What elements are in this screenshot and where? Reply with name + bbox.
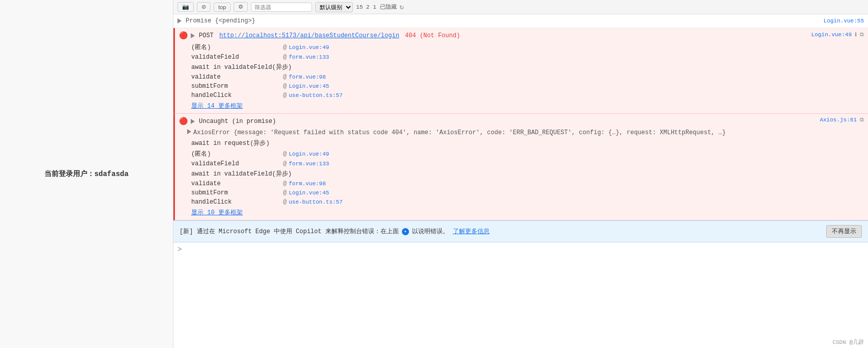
copy-icon-2[interactable]: ⧉	[860, 117, 864, 123]
stack-at-2-1: @	[283, 160, 287, 167]
expand-icon[interactable]	[177, 18, 182, 23]
error-icon-1: 🔴	[179, 31, 188, 40]
stack-at-1-4: @	[283, 83, 287, 90]
error-file-link-1[interactable]: Login.vue:49	[811, 32, 852, 38]
stack-file-2-1[interactable]: form.vue:133	[289, 161, 329, 167]
error-title-2: Uncaught (in promise)	[199, 118, 276, 125]
stack-label-2-3: validate	[191, 180, 283, 187]
stop-button[interactable]: ⊘	[197, 2, 211, 12]
stack-file-2-3[interactable]: form.vue:98	[289, 181, 326, 187]
show-more-link-1[interactable]: 显示 14 更多框架	[191, 103, 243, 110]
promise-file-link[interactable]: Login.vue:55	[824, 18, 864, 24]
stack-file-2-0[interactable]: Login.vue:49	[289, 151, 329, 157]
stack-label-1-1: validateField	[191, 54, 283, 61]
stack-prefix-label: await in request(异步)	[191, 139, 283, 147]
promise-text: Promise {<pending>}	[186, 17, 256, 24]
stack-row-2-0: (匿名) @ Login.vue:49	[175, 148, 868, 159]
error-icon-2: 🔴	[179, 117, 188, 126]
stack-label-1-0: (匿名)	[191, 43, 283, 52]
error-status-1: 404 (Not Found)	[401, 32, 460, 39]
watermark: CSDN @几辟	[832, 338, 864, 346]
stack-file-1-5[interactable]: use-button.ts:57	[289, 92, 343, 98]
stack-label-2-5: handleClick	[191, 198, 283, 206]
error-method-1: POST	[199, 32, 217, 39]
stack-row-2-3: validate @ form.vue:98	[175, 179, 868, 188]
stack-at-1-0: @	[283, 44, 287, 51]
stack-row-1-4: submitForm @ Login.vue:45	[175, 82, 868, 91]
stack-file-1-1[interactable]: form.vue:133	[289, 54, 329, 60]
stack-label-1-2: await in validateField(异步)	[191, 63, 292, 71]
stack-label-1-4: submitForm	[191, 83, 283, 90]
show-more-1[interactable]: 显示 14 更多框架	[175, 100, 868, 113]
stack-row-1-3: validate @ form.vue:98	[175, 72, 868, 82]
stack-label-2-2: await in validateField(异步)	[191, 169, 292, 178]
refresh-icon[interactable]: ↻	[400, 3, 404, 11]
info-icon-1[interactable]: ℹ	[855, 31, 857, 38]
expand-error-2-icon[interactable]	[191, 119, 195, 124]
stack-at-1-1: @	[283, 54, 287, 61]
stack-row-1-1: validateField @ form.vue:133	[175, 53, 868, 62]
stack-file-1-4[interactable]: Login.vue:45	[289, 83, 329, 89]
expand-error-1-icon[interactable]	[191, 33, 195, 38]
stack-label-1-3: validate	[191, 73, 283, 81]
stack-row-2-2: await in validateField(异步)	[175, 168, 868, 179]
copilot-icon: ✦	[402, 228, 409, 235]
learn-more-link[interactable]: 了解更多信息	[453, 227, 490, 236]
copy-icon-1[interactable]: ⧉	[860, 32, 864, 38]
stack-at-2-5: @	[283, 198, 287, 206]
error-url-1[interactable]: http://localhost:5173/api/baseStudentCou…	[219, 32, 399, 39]
promise-row: Promise {<pending>} Login.vue:55	[173, 14, 868, 28]
chevron-icon[interactable]: >	[177, 245, 182, 254]
stack-label-1-5: handleClick	[191, 92, 283, 99]
info-text-suffix: 以说明错误。	[412, 227, 449, 236]
show-more-2[interactable]: 显示 10 更多框架	[175, 207, 868, 220]
stack-file-1-0[interactable]: Login.vue:49	[289, 44, 329, 51]
stack-row-2-5: handleClick @ use-button.ts:57	[175, 197, 868, 207]
stack-row-2-4: submitForm @ Login.vue:45	[175, 188, 868, 197]
count-display: 15 2 1 已隐藏	[356, 3, 396, 11]
toolbar: 📷 ⊘ top ⚙ 默认级别 15 2 1 已隐藏 ↻	[173, 0, 868, 14]
axios-expand-icon[interactable]	[187, 129, 191, 134]
stack-row-1-5: handleClick @ use-button.ts:57	[175, 91, 868, 100]
axios-error-row: AxiosError {message: 'Request failed wit…	[175, 128, 868, 138]
info-banner: [新] 通过在 Microsoft Edge 中使用 Copilot 来解释控制…	[173, 220, 868, 242]
stack-file-2-4[interactable]: Login.vue:45	[289, 190, 329, 196]
left-panel: 当前登录用户：sdafasda	[0, 0, 173, 348]
stack-label-2-1: validateField	[191, 160, 283, 167]
stack-row-1-0: (匿名) @ Login.vue:49	[175, 42, 868, 53]
stack-prefix-row: await in request(异步)	[175, 138, 868, 148]
error-header-2: 🔴 Uncaught (in promise) Axios.js:61 ⧉	[175, 114, 868, 128]
options-button[interactable]: ⚙	[234, 2, 248, 12]
axios-error-text: AxiosError {message: 'Request failed wit…	[193, 129, 726, 136]
stack-row-2-1: validateField @ form.vue:133	[175, 159, 868, 168]
info-banner-left: [新] 通过在 Microsoft Edge 中使用 Copilot 来解释控制…	[180, 227, 490, 236]
stack-file-1-3[interactable]: form.vue:98	[289, 74, 326, 80]
show-more-link-2[interactable]: 显示 10 更多框架	[191, 209, 243, 216]
stack-at-2-3: @	[283, 180, 287, 187]
error-block-2: 🔴 Uncaught (in promise) Axios.js:61 ⧉ Ax…	[173, 114, 868, 220]
stack-at-2-0: @	[283, 151, 287, 158]
stack-row-1-2: await in validateField(异步)	[175, 62, 868, 72]
stack-label-2-4: submitForm	[191, 189, 283, 196]
level-select[interactable]: 默认级别	[315, 2, 353, 12]
info-text-prefix: [新] 通过在 Microsoft Edge 中使用 Copilot 来解释控制…	[180, 227, 399, 236]
current-user-label: 当前登录用户：sdafasda	[44, 169, 129, 179]
console-area: 📷 ⊘ top ⚙ 默认级别 15 2 1 已隐藏 ↻ Promise {<pe…	[173, 0, 868, 348]
stack-at-1-3: @	[283, 73, 287, 81]
error-header-1: 🔴 POST http://localhost:5173/api/baseStu…	[175, 28, 868, 42]
stack-label-2-0: (匿名)	[191, 150, 283, 158]
stack-file-2-5[interactable]: use-button.ts:57	[289, 199, 343, 205]
filter-input[interactable]	[251, 3, 312, 12]
screenshot-button[interactable]: 📷	[177, 2, 194, 12]
stack-at-1-5: @	[283, 92, 287, 99]
stack-at-2-4: @	[283, 189, 287, 196]
error-block-1: 🔴 POST http://localhost:5173/api/baseStu…	[173, 28, 868, 114]
error-file-link-2[interactable]: Axios.js:61	[820, 117, 857, 123]
top-button[interactable]: top	[214, 3, 231, 12]
dismiss-button[interactable]: 不再显示	[826, 225, 862, 238]
chevron-row[interactable]: >	[173, 242, 868, 257]
